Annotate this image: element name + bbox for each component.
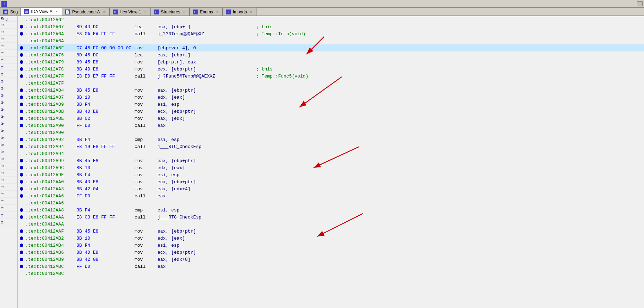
sidebar-item-seg[interactable]: Seg: [0, 16, 17, 21]
code-line-3[interactable]: .text:00412A6A: [18, 37, 644, 44]
line-addr-30: .text:00412AAF: [25, 229, 76, 234]
sidebar-item-5[interactable]: te:: [0, 50, 17, 57]
line-mnemonic-13: mov: [135, 109, 157, 114]
code-line-1[interactable]: .text:00412A678D 4D DCleaecx, [ebp+t]; t…: [18, 23, 644, 30]
line-addr-1: .text:00412A67: [25, 24, 76, 30]
code-line-24[interactable]: .text:00412AA38B 42 04moveax, [edx+4]: [18, 185, 644, 192]
code-line-9[interactable]: .text:00412A7F: [18, 80, 644, 87]
tab-structures[interactable]: SStructures×: [151, 8, 190, 16]
sidebar-item-4[interactable]: te:: [0, 43, 17, 50]
line-mnemonic-7: mov: [135, 67, 157, 72]
sidebar-item-21[interactable]: te:: [0, 162, 17, 170]
code-line-5[interactable]: .text:00412A768D 45 DCleaeax, [ebp+t]: [18, 51, 644, 58]
line-bytes-15: FF D0: [76, 123, 135, 128]
sidebar-item-26[interactable]: te:: [0, 198, 17, 205]
sidebar-item-20[interactable]: te:: [0, 155, 17, 162]
line-bytes-27: 3B F4: [76, 208, 135, 213]
sidebar-item-24[interactable]: te:: [0, 184, 17, 191]
tab-imports[interactable]: IImports×: [223, 8, 256, 16]
tab-close-structures[interactable]: ×: [182, 10, 186, 14]
code-line-20[interactable]: .text:00412A998B 45 E8moveax, [ebp+ptr]: [18, 157, 644, 164]
sidebar-item-13[interactable]: te:: [0, 106, 17, 113]
tab-label-imports: Imports: [233, 10, 247, 14]
code-line-27[interactable]: .text:00412AA83B F4cmpesi, esp: [18, 207, 644, 214]
sidebar-item-14[interactable]: te:: [0, 113, 17, 120]
code-line-16[interactable]: .text:00412A90: [18, 129, 644, 136]
code-line-29[interactable]: .text:00412AAA: [18, 221, 644, 228]
sidebar-item-27[interactable]: te:: [0, 205, 17, 212]
code-line-26[interactable]: .text:00412AA6: [18, 199, 644, 207]
sidebar-item-10[interactable]: te:: [0, 85, 17, 92]
line-dot-17: [20, 138, 23, 141]
line-operands-22: esi, esp: [157, 172, 256, 178]
code-line-21[interactable]: .text:00412A9C8B 10movedx, [eax]: [18, 164, 644, 171]
line-mnemonic-27: cmp: [135, 208, 157, 213]
code-line-22[interactable]: .text:00412A9E8B F4movesi, esp: [18, 171, 644, 178]
sidebar-item-12[interactable]: te:: [0, 99, 17, 106]
tab-enums[interactable]: EEnums×: [190, 8, 222, 16]
tab-seg[interactable]: ▦Seg: [0, 8, 21, 16]
code-line-32[interactable]: .text:00412AB48B F4movesi, esp: [18, 242, 644, 249]
sidebar-item-9[interactable]: te:: [0, 78, 17, 85]
code-line-13[interactable]: .text:00412A8B8B 4D E8movecx, [ebp+ptr]: [18, 108, 644, 115]
sidebar-item-8[interactable]: te:: [0, 71, 17, 78]
code-line-31[interactable]: .text:00412AB28B 10movedx, [eax]: [18, 235, 644, 242]
code-line-35[interactable]: .text:00412ABCFF D0calleax: [18, 263, 644, 270]
close-button[interactable]: [637, 1, 643, 6]
code-line-0[interactable]: .text:00412A62: [18, 16, 644, 23]
code-line-25[interactable]: .text:00412AA6FF D0calleax: [18, 192, 644, 199]
code-line-7[interactable]: .text:00412A7C8B 4D E8movecx, [ebp+ptr];…: [18, 66, 644, 73]
code-line-11[interactable]: .text:00412A878B 10movedx, [eax]: [18, 94, 644, 101]
sidebar-item-6[interactable]: te:: [0, 57, 17, 64]
line-addr-35: .text:00412ABC: [25, 264, 76, 269]
line-addr-24: .text:00412AA3: [25, 186, 76, 192]
code-line-34[interactable]: .text:00412AB98B 42 08moveax, [edx+8]: [18, 256, 644, 263]
code-line-6[interactable]: .text:00412A7989 45 E8mov[ebp+ptr], eax: [18, 58, 644, 66]
tab-close-hex-view-1[interactable]: ×: [143, 10, 148, 14]
tab-ida-view-a[interactable]: ▦IDA View-A×: [21, 8, 62, 16]
code-line-30[interactable]: .text:00412AAF8B 45 E8moveax, [ebp+ptr]: [18, 228, 644, 235]
line-dot-23: [20, 180, 23, 184]
code-line-19[interactable]: .text:00412A94: [18, 150, 644, 157]
sidebar-item-18[interactable]: te:: [0, 141, 17, 148]
sidebar-item-25[interactable]: te:: [0, 191, 17, 198]
sidebar-item-23[interactable]: te:: [0, 177, 17, 184]
line-operands-17: esi, esp: [157, 137, 256, 142]
code-line-2[interactable]: .text:00412A6AE8 0A EA FF FFcallj_??0Tem…: [18, 30, 644, 37]
line-dot-8: [20, 74, 23, 78]
sidebar-item-15[interactable]: te:: [0, 120, 17, 127]
code-line-36[interactable]: .text:00412ABC: [18, 270, 644, 277]
sidebar-item-19[interactable]: te:: [0, 148, 17, 155]
sidebar-item-16[interactable]: te:: [0, 127, 17, 134]
sidebar-item-29[interactable]: te:: [0, 219, 17, 226]
line-operands-13: ecx, [ebp+ptr]: [157, 109, 256, 114]
sidebar-item-1[interactable]: te:: [0, 21, 17, 29]
tab-close-enums[interactable]: ×: [215, 10, 219, 14]
code-line-18[interactable]: .text:00412A94E8 19 E8 FF FFcallj___RTC_…: [18, 143, 644, 150]
code-line-15[interactable]: .text:00412A90FF D0calleax: [18, 122, 644, 129]
sidebar-item-28[interactable]: te:: [0, 212, 17, 219]
tab-close-ida-view-a[interactable]: ×: [55, 10, 59, 14]
sidebar-item-11[interactable]: te:: [0, 92, 17, 99]
tab-hex-view-1[interactable]: HHex View-1×: [110, 8, 151, 16]
sidebar-item-3[interactable]: te:: [0, 36, 17, 43]
tab-close-pseudocode-a[interactable]: ×: [102, 10, 106, 14]
code-wrapper[interactable]: .text:00412A62.text:00412A678D 4D DCleae…: [18, 16, 644, 308]
code-line-4[interactable]: .text:00412A6FC7 45 FC 00 00 00 00mov[eb…: [18, 44, 644, 51]
code-line-10[interactable]: .text:00412A848B 45 E8moveax, [ebp+ptr]: [18, 87, 644, 94]
sidebar-item-17[interactable]: te:: [0, 134, 17, 141]
code-line-28[interactable]: .text:00412AAAE8 03 E8 FF FFcallj___RTC_…: [18, 214, 644, 221]
code-line-23[interactable]: .text:00412AA08B 4D E8movecx, [ebp+ptr]: [18, 178, 644, 185]
code-line-8[interactable]: .text:00412A7FE8 ED E7 FF FFcallj_?Func5…: [18, 73, 644, 80]
code-line-12[interactable]: .text:00412A898B F4movesi, esp: [18, 101, 644, 108]
code-line-14[interactable]: .text:00412A8E8B 02moveax, [edx]: [18, 115, 644, 122]
sidebar-item-2[interactable]: te:: [0, 29, 17, 36]
sidebar-item-7[interactable]: te:: [0, 64, 17, 71]
tab-close-imports[interactable]: ×: [249, 10, 253, 14]
code-line-33[interactable]: .text:00412AB68B 4D E8movecx, [ebp+ptr]: [18, 249, 644, 256]
code-line-17[interactable]: .text:00412A923B F4cmpesi, esp: [18, 136, 644, 143]
line-mnemonic-18: call: [135, 144, 157, 149]
sidebar-item-22[interactable]: te:: [0, 170, 17, 177]
tab-pseudocode-a[interactable]: 📄Pseudocode-A×: [62, 8, 110, 16]
line-dot-24: [20, 187, 23, 191]
